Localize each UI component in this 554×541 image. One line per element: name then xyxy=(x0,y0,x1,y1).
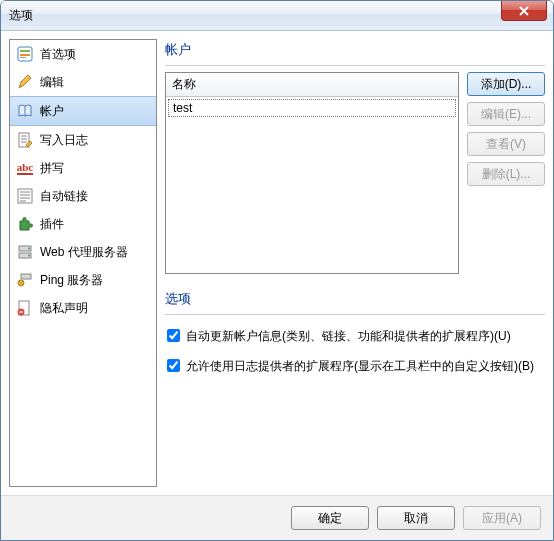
category-sidebar: 首选项 编辑 帐户 写入日志 xyxy=(9,39,157,487)
puzzle-icon xyxy=(16,215,34,233)
sidebar-item-preferences[interactable]: 首选项 xyxy=(10,40,156,68)
checkbox-label: 允许使用日志提供者的扩展程序(显示在工具栏中的自定义按钮)(B) xyxy=(186,357,534,375)
edit-button[interactable]: 编辑(E)... xyxy=(467,102,545,126)
checkbox-label: 自动更新帐户信息(类别、链接、功能和提供者的扩展程序)(U) xyxy=(186,327,511,345)
panel-title: 帐户 xyxy=(165,39,545,66)
svg-rect-2 xyxy=(20,54,30,56)
table-row[interactable]: test xyxy=(168,99,456,117)
sidebar-item-label: Web 代理服务器 xyxy=(40,244,128,261)
dialog-footer: 确定 取消 应用(A) xyxy=(1,495,553,540)
main-panel: 帐户 名称 test 添加(D)... 编辑(E)... 查看(V) 删除(L)… xyxy=(165,39,545,487)
sidebar-item-edit[interactable]: 编辑 xyxy=(10,68,156,96)
pencil-icon xyxy=(16,73,34,91)
close-button[interactable] xyxy=(501,1,547,21)
sidebar-item-blog[interactable]: 写入日志 xyxy=(10,126,156,154)
checkbox-auto-update-input[interactable] xyxy=(167,329,180,342)
sidebar-item-label: 编辑 xyxy=(40,74,64,91)
content-area: 首选项 编辑 帐户 写入日志 xyxy=(1,31,553,495)
preferences-icon xyxy=(16,45,34,63)
sidebar-item-label: Ping 服务器 xyxy=(40,272,103,289)
sidebar-item-autolink[interactable]: 自动链接 xyxy=(10,182,156,210)
accounts-table: 名称 test xyxy=(165,72,459,274)
book-icon xyxy=(16,102,34,120)
options-group: 选项 自动更新帐户信息(类别、链接、功能和提供者的扩展程序)(U) 允许使用日志… xyxy=(165,288,545,381)
sidebar-item-label: 拼写 xyxy=(40,160,64,177)
list-icon xyxy=(16,187,34,205)
sidebar-item-privacy[interactable]: 隐私声明 xyxy=(10,294,156,322)
table-buttons: 添加(D)... 编辑(E)... 查看(V) 删除(L)... xyxy=(467,72,545,274)
cancel-button[interactable]: 取消 xyxy=(377,506,455,530)
sidebar-item-accounts[interactable]: 帐户 xyxy=(10,96,156,126)
checkbox-allow-extensions-input[interactable] xyxy=(167,359,180,372)
svg-rect-1 xyxy=(20,50,30,52)
sidebar-item-label: 写入日志 xyxy=(40,132,88,149)
sidebar-item-pingserver[interactable]: Ping 服务器 xyxy=(10,266,156,294)
svg-rect-22 xyxy=(20,311,23,312)
document-icon xyxy=(16,131,34,149)
table-body: test xyxy=(166,97,458,273)
server-icon xyxy=(16,243,34,261)
close-icon xyxy=(518,6,530,16)
svg-point-17 xyxy=(28,255,30,257)
sidebar-item-label: 帐户 xyxy=(40,103,64,120)
sidebar-item-label: 自动链接 xyxy=(40,188,88,205)
ok-button[interactable]: 确定 xyxy=(291,506,369,530)
sidebar-item-spelling[interactable]: abc 拼写 xyxy=(10,154,156,182)
sidebar-item-label: 隐私声明 xyxy=(40,300,88,317)
table-header-name[interactable]: 名称 xyxy=(166,73,458,97)
options-title: 选项 xyxy=(165,288,545,315)
svg-point-16 xyxy=(28,248,30,250)
sidebar-item-label: 首选项 xyxy=(40,46,76,63)
svg-rect-3 xyxy=(20,57,26,58)
add-button[interactable]: 添加(D)... xyxy=(467,72,545,96)
options-dialog: 选项 首选项 编辑 xyxy=(0,0,554,541)
svg-rect-18 xyxy=(21,274,31,279)
checkbox-auto-update[interactable]: 自动更新帐户信息(类别、链接、功能和提供者的扩展程序)(U) xyxy=(165,321,545,351)
ping-icon xyxy=(16,271,34,289)
view-button[interactable]: 查看(V) xyxy=(467,132,545,156)
apply-button[interactable]: 应用(A) xyxy=(463,506,541,530)
sidebar-item-plugins[interactable]: 插件 xyxy=(10,210,156,238)
delete-button[interactable]: 删除(L)... xyxy=(467,162,545,186)
abc-icon: abc xyxy=(16,159,34,177)
sidebar-item-webproxy[interactable]: Web 代理服务器 xyxy=(10,238,156,266)
titlebar: 选项 xyxy=(1,1,553,31)
window-title: 选项 xyxy=(9,7,33,24)
accounts-row: 名称 test 添加(D)... 编辑(E)... 查看(V) 删除(L)... xyxy=(165,72,545,274)
sidebar-item-label: 插件 xyxy=(40,216,64,233)
checkbox-allow-extensions[interactable]: 允许使用日志提供者的扩展程序(显示在工具栏中的自定义按钮)(B) xyxy=(165,351,545,381)
privacy-icon xyxy=(16,299,34,317)
